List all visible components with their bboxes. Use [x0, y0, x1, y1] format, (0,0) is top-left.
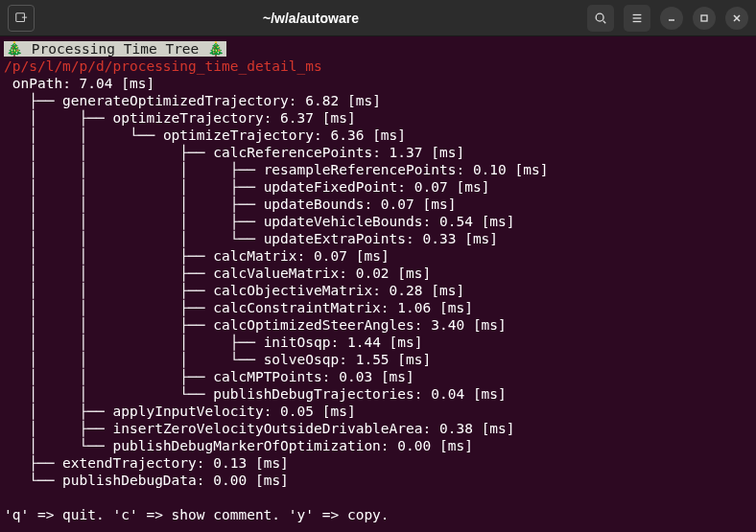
menu-button[interactable]	[624, 5, 650, 32]
titlebar: ~/w/a/autoware	[0, 0, 756, 36]
tree-row: │ │ ├── calcReferencePoints: 1.37 [ms]	[4, 145, 464, 160]
svg-point-3	[596, 13, 603, 21]
tree-row: onPath: 7.04 [ms]	[4, 76, 154, 91]
tree-row: │ │ ├── calcMPTPoints: 0.03 [ms]	[4, 369, 414, 384]
topic-path: /p/s/l/m/p/d/processing_time_detail_ms	[4, 58, 322, 74]
tree-row: │ ├── applyInputVelocity: 0.05 [ms]	[4, 404, 356, 419]
titlebar-left	[8, 5, 35, 32]
maximize-button[interactable]	[693, 7, 716, 30]
tree-row: │ │ └── optimizeTrajectory: 6.36 [ms]	[4, 127, 406, 143]
minimize-button[interactable]	[660, 7, 683, 30]
tree-row: │ │ │ ├── updateBounds: 0.07 [ms]	[4, 197, 456, 212]
tree-row: │ │ │ └── solveOsqp: 1.55 [ms]	[4, 352, 431, 367]
tree-row: │ │ │ ├── resampleReferencePoints: 0.10 …	[4, 162, 548, 177]
tree-row: │ │ └── publishDebugTrajectories: 0.04 […	[4, 386, 507, 402]
titlebar-right	[587, 5, 748, 32]
tree-row: │ ├── insertZeroVelocityOutsideDrivableA…	[4, 421, 515, 436]
tree-row: ├── extendTrajectory: 0.13 [ms]	[4, 455, 289, 471]
tree-emoji-icon: 🎄	[207, 41, 224, 57]
svg-line-4	[603, 20, 606, 23]
header-line: 🎄 Processing Time Tree 🎄	[4, 41, 226, 57]
tree-row: ├── generateOptimizedTrajectory: 6.82 [m…	[4, 93, 381, 108]
tree-row: └── publishDebugData: 0.00 [ms]	[4, 473, 289, 488]
tree-row: │ │ ├── calcObjectiveMatrix: 0.28 [ms]	[4, 283, 464, 298]
tree-row: │ │ │ ├── updateFixedPoint: 0.07 [ms]	[4, 179, 489, 195]
tree-row: │ │ ├── calcMatrix: 0.07 [ms]	[4, 248, 390, 264]
tree-row: │ ├── optimizeTrajectory: 6.37 [ms]	[4, 110, 356, 126]
search-button[interactable]	[587, 5, 614, 32]
terminal-content[interactable]: 🎄 Processing Time Tree 🎄 /p/s/l/m/p/d/pr…	[0, 36, 756, 532]
close-button[interactable]	[725, 7, 748, 30]
window-title: ~/w/a/autoware	[35, 11, 587, 26]
tree-row: │ │ │ └── updateExtraPoints: 0.33 [ms]	[4, 231, 498, 246]
header-text: Processing Time Tree	[32, 41, 200, 57]
tree-emoji-icon: 🎄	[6, 41, 23, 57]
tree-row: │ │ ├── calcConstraintMatrix: 1.06 [ms]	[4, 300, 473, 315]
tree-row: │ │ │ ├── updateVehicleBounds: 0.54 [ms]	[4, 214, 515, 229]
tree-row: │ │ ├── calcOptimizedSteerAngles: 3.40 […	[4, 317, 507, 333]
new-tab-button[interactable]	[8, 5, 35, 32]
tree-row: │ │ │ ├── initOsqp: 1.44 [ms]	[4, 335, 423, 350]
svg-rect-9	[701, 15, 707, 21]
tree-row: │ └── publishDebugMarkerOfOptimization: …	[4, 438, 473, 453]
tree-row: │ │ ├── calcValueMatrix: 0.02 [ms]	[4, 266, 431, 281]
footer-hint: 'q' => quit. 'c' => show comment. 'y' =>…	[4, 507, 390, 522]
